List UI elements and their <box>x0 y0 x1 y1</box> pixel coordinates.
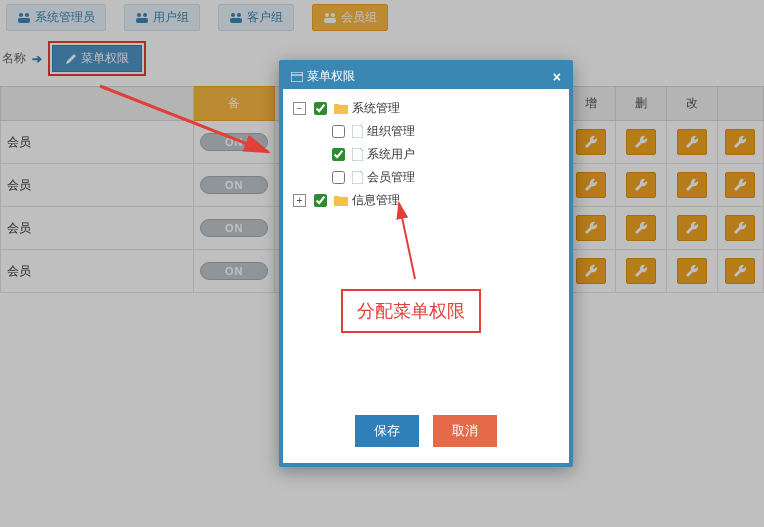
svg-point-6 <box>231 13 235 17</box>
svg-point-3 <box>137 13 141 17</box>
cell-mod <box>667 207 718 250</box>
svg-rect-11 <box>324 18 336 23</box>
cell-status: ON <box>194 121 275 164</box>
folder-icon <box>334 103 348 114</box>
delete-button[interactable] <box>626 172 656 198</box>
tab-label: 会员组 <box>341 9 377 26</box>
add-button[interactable] <box>576 215 606 241</box>
cell-extra <box>717 164 763 207</box>
tab-label: 系统管理员 <box>35 9 95 26</box>
extra-button[interactable] <box>725 129 755 155</box>
save-button[interactable]: 保存 <box>355 415 419 447</box>
tab-usergroup[interactable]: 用户组 <box>124 4 200 31</box>
crumb-name: 名称 <box>0 50 26 67</box>
tree-node-member[interactable]: 会员管理 <box>311 166 561 189</box>
menu-permission-modal: 菜单权限 × − 系统管理 <box>279 60 573 467</box>
th-name <box>1 87 194 121</box>
tab-customergroup[interactable]: 客户组 <box>218 4 294 31</box>
status-toggle[interactable]: ON <box>200 219 268 237</box>
file-icon <box>352 148 363 161</box>
tree-label: 信息管理 <box>352 192 400 209</box>
modal-title: 菜单权限 <box>307 68 355 85</box>
svg-rect-5 <box>136 18 148 23</box>
tab-sysadmin[interactable]: 系统管理员 <box>6 4 106 31</box>
tree-spacer <box>311 149 324 160</box>
file-icon <box>352 171 363 184</box>
tree-spacer <box>311 126 324 137</box>
delete-button[interactable] <box>626 258 656 284</box>
th-del: 删 <box>616 87 667 121</box>
tree-checkbox[interactable] <box>332 125 345 138</box>
cell-extra <box>717 121 763 164</box>
cell-extra <box>717 250 763 293</box>
arrow-icon: ➔ <box>32 52 42 66</box>
tree-node-sys[interactable]: − 系统管理 <box>293 97 561 120</box>
add-button[interactable] <box>576 258 606 284</box>
tree-node-org[interactable]: 组织管理 <box>311 120 561 143</box>
permission-tree: − 系统管理 组 <box>291 97 561 212</box>
tree-spacer <box>311 172 324 183</box>
add-button[interactable] <box>576 129 606 155</box>
collapse-icon[interactable]: − <box>293 102 306 115</box>
delete-button[interactable] <box>626 129 656 155</box>
modify-button[interactable] <box>677 172 707 198</box>
status-toggle[interactable]: ON <box>200 133 268 151</box>
group-icon <box>17 12 31 24</box>
cell-mod <box>667 164 718 207</box>
cell-del <box>616 250 667 293</box>
modify-button[interactable] <box>677 129 707 155</box>
cell-name: 会员 <box>1 121 194 164</box>
group-icon <box>323 12 337 24</box>
tree-checkbox[interactable] <box>314 194 327 207</box>
tree-node-sysuser[interactable]: 系统用户 <box>311 143 561 166</box>
folder-icon <box>334 195 348 206</box>
cell-del <box>616 164 667 207</box>
modify-button[interactable] <box>677 258 707 284</box>
svg-point-4 <box>143 13 147 17</box>
modal-header: 菜单权限 × <box>283 64 569 89</box>
menu-permission-label: 菜单权限 <box>81 50 129 67</box>
tab-membergroup[interactable]: 会员组 <box>312 4 388 31</box>
add-button[interactable] <box>576 172 606 198</box>
th-mod: 改 <box>667 87 718 121</box>
pencil-icon <box>65 53 77 65</box>
cell-name: 会员 <box>1 207 194 250</box>
group-icon <box>229 12 243 24</box>
tab-label: 客户组 <box>247 9 283 26</box>
close-button[interactable]: × <box>553 69 561 85</box>
cell-status: ON <box>194 207 275 250</box>
tree-label: 组织管理 <box>367 123 415 140</box>
group-icon <box>135 12 149 24</box>
cell-status: ON <box>194 164 275 207</box>
tree-checkbox[interactable] <box>332 171 345 184</box>
svg-rect-13 <box>291 72 303 82</box>
extra-button[interactable] <box>725 258 755 284</box>
svg-point-0 <box>19 13 23 17</box>
svg-point-7 <box>237 13 241 17</box>
status-toggle[interactable]: ON <box>200 262 268 280</box>
file-icon <box>352 125 363 138</box>
annotation-label: 分配菜单权限 <box>341 289 481 333</box>
menu-permission-button[interactable]: 菜单权限 <box>52 45 142 72</box>
modify-button[interactable] <box>677 215 707 241</box>
extra-button[interactable] <box>725 172 755 198</box>
tree-label: 会员管理 <box>367 169 415 186</box>
cell-name: 会员 <box>1 164 194 207</box>
extra-button[interactable] <box>725 215 755 241</box>
tree-checkbox[interactable] <box>314 102 327 115</box>
cell-mod <box>667 121 718 164</box>
delete-button[interactable] <box>626 215 656 241</box>
window-icon <box>291 72 303 82</box>
svg-point-10 <box>331 13 335 17</box>
tree-node-info[interactable]: + 信息管理 <box>293 189 561 212</box>
tree-label: 系统用户 <box>367 146 415 163</box>
svg-rect-2 <box>18 18 30 23</box>
cell-extra <box>717 207 763 250</box>
status-toggle[interactable]: ON <box>200 176 268 194</box>
cancel-button[interactable]: 取消 <box>433 415 497 447</box>
th-backup: 备 <box>194 87 275 121</box>
tree-checkbox[interactable] <box>332 148 345 161</box>
tab-label: 用户组 <box>153 9 189 26</box>
expand-icon[interactable]: + <box>293 194 306 207</box>
cell-name: 会员 <box>1 250 194 293</box>
